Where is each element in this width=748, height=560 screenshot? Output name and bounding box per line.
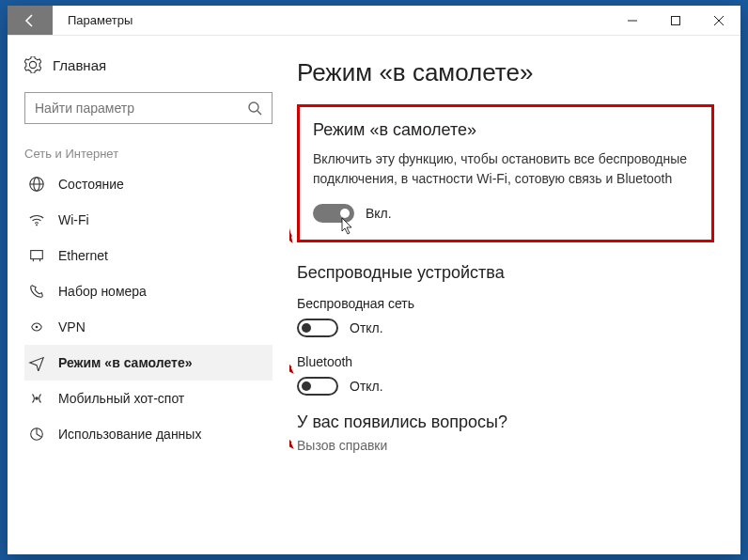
arrow-left-icon (23, 13, 38, 28)
search-icon (247, 101, 262, 116)
close-icon (714, 16, 724, 25)
svg-point-9 (36, 225, 38, 226)
airplane-toggle-row: Вкл. (313, 204, 698, 223)
minimize-icon (628, 16, 637, 25)
svg-point-13 (36, 326, 39, 329)
hotspot-icon (28, 390, 45, 407)
airplane-mode-description: Включить эту функцию, чтобы остановить в… (313, 149, 698, 189)
sidebar-item-label: Wi-Fi (58, 212, 89, 227)
search-box[interactable] (24, 92, 273, 124)
bluetooth-block: Bluetooth Откл. (297, 354, 714, 396)
help-heading: У вас появились вопросы? (297, 412, 714, 432)
settings-window: Параметры Главная Сеть и Интернет Состоя… (8, 6, 740, 554)
sidebar-section-label: Сеть и Интернет (24, 147, 273, 161)
content-area: Режим «в самолете» Режим «в самолете» Вк… (289, 36, 740, 554)
sidebar-item-label: Ethernet (58, 248, 108, 263)
svg-rect-1 (672, 16, 680, 24)
search-input[interactable] (35, 101, 247, 116)
titlebar: Параметры (8, 6, 740, 36)
bluetooth-toggle[interactable] (297, 377, 338, 396)
data-icon (28, 426, 45, 443)
sidebar-item-label: VPN (58, 319, 86, 334)
maximize-button[interactable] (654, 6, 697, 35)
svg-point-14 (35, 397, 39, 400)
wireless-heading: Беспроводные устройства (297, 263, 714, 283)
sidebar-item-vpn[interactable]: VPN (24, 309, 273, 345)
close-button[interactable] (697, 6, 740, 35)
bluetooth-label: Bluetooth (297, 354, 714, 369)
airplane-icon (28, 354, 45, 371)
phone-icon (28, 283, 45, 300)
sidebar-item-label: Состояние (58, 177, 124, 192)
sidebar-item-hotspot[interactable]: Мобильный хот-спот (24, 381, 273, 416)
sidebar-home-label: Главная (53, 57, 106, 73)
sidebar-nav: Состояние Wi-Fi Ethernet Набор номера VP… (24, 166, 273, 452)
wireless-network-label: Беспроводная сеть (297, 296, 714, 311)
vpn-icon (28, 319, 45, 335)
sidebar-item-status[interactable]: Состояние (24, 166, 273, 202)
window-controls (611, 6, 740, 35)
ethernet-icon (28, 247, 45, 264)
sidebar-item-ethernet[interactable]: Ethernet (24, 238, 273, 273)
sidebar-item-datausage[interactable]: Использование данных (24, 416, 273, 452)
sidebar-item-label: Использование данных (58, 427, 201, 442)
svg-line-5 (257, 111, 261, 115)
sidebar-item-label: Мобильный хот-спот (58, 391, 184, 406)
airplane-mode-box: Режим «в самолете» Включить эту функцию,… (297, 104, 714, 242)
back-button[interactable] (8, 6, 53, 35)
airplane-toggle-label: Вкл. (366, 206, 392, 221)
minimize-button[interactable] (611, 6, 654, 35)
gear-icon (24, 56, 41, 73)
sidebar-item-wifi[interactable]: Wi-Fi (24, 202, 273, 238)
wireless-network-state: Откл. (350, 320, 383, 335)
sidebar-item-label: Режим «в самолете» (58, 355, 193, 370)
svg-point-4 (249, 102, 258, 112)
bluetooth-state: Откл. (350, 379, 383, 394)
page-title: Режим «в самолете» (297, 58, 714, 87)
sidebar-item-dialup[interactable]: Набор номера (24, 273, 273, 309)
cursor-icon (341, 218, 354, 235)
sidebar-home[interactable]: Главная (24, 53, 273, 77)
wireless-network-block: Беспроводная сеть Откл. (297, 296, 714, 337)
sidebar-item-label: Набор номера (58, 284, 147, 299)
sidebar-item-airplane[interactable]: Режим «в самолете» (24, 345, 273, 381)
wifi-icon (28, 211, 45, 228)
wireless-network-toggle[interactable] (297, 319, 338, 337)
globe-icon (28, 176, 45, 193)
window-body: Главная Сеть и Интернет Состояние Wi-Fi (8, 36, 740, 554)
airplane-mode-title: Режим «в самолете» (313, 120, 698, 140)
sidebar: Главная Сеть и Интернет Состояние Wi-Fi (8, 36, 289, 554)
help-link[interactable]: Вызов справки (297, 438, 714, 453)
window-title: Параметры (53, 6, 611, 35)
svg-rect-10 (31, 251, 43, 259)
maximize-icon (671, 16, 680, 25)
